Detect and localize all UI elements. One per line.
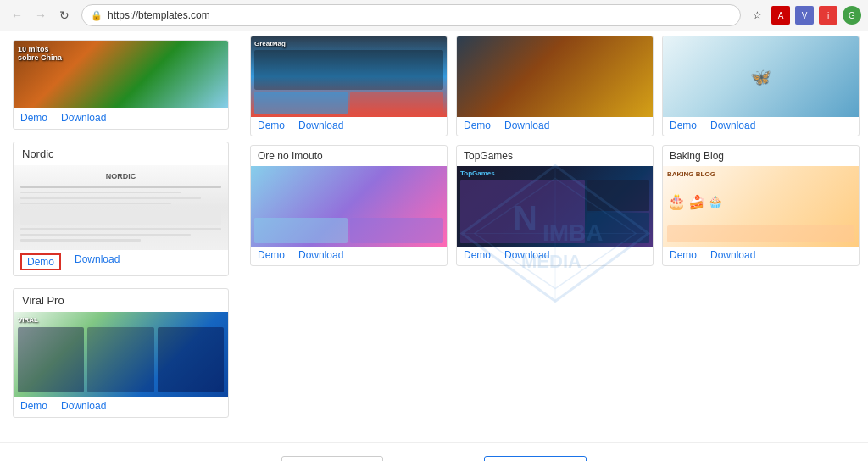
thumb-viral: VIRAL (14, 312, 228, 397)
demo-link-anime[interactable]: Demo (464, 119, 491, 131)
demo-link-viral[interactable]: Demo (20, 400, 47, 412)
ext-icon-1[interactable]: A (771, 6, 790, 25)
card-title-imouto: Ore no Imouto (251, 146, 447, 166)
card-actions-baking: Demo Download (663, 247, 859, 265)
browser-chrome: ← → ↻ 🔒 https://btemplates.com ☆ A V i G (0, 0, 868, 31)
card-title-viral: Viral Pro (14, 289, 228, 312)
thumb-china: 10 mitossobre China (14, 41, 228, 108)
forward-button[interactable]: → (31, 5, 51, 25)
left-column: 10 mitossobre China Demo Download Nordic… (0, 31, 242, 438)
grid-card-greatmag: GreatMag Demo Download (250, 36, 448, 136)
lock-icon: 🔒 (91, 10, 103, 21)
thumb-nordic: NORDIC (14, 165, 228, 250)
demo-link-topgames[interactable]: Demo (464, 249, 491, 261)
grid-image-imouto (251, 166, 447, 247)
address-bar[interactable]: 🔒 https://btemplates.com (81, 4, 741, 26)
demo-link-nordic[interactable]: Demo (20, 253, 61, 270)
download-link-anime[interactable]: Download (504, 119, 549, 131)
thumb-text: 10 mitossobre China (18, 45, 62, 62)
ext-icon-2[interactable]: V (795, 6, 814, 25)
demo-link-baking[interactable]: Demo (670, 249, 697, 261)
template-card-viral: Viral Pro VIRAL Demo Download (13, 288, 229, 418)
download-link-topgames[interactable]: Download (504, 249, 549, 261)
grid-card-anime-dark: Demo Download (456, 36, 654, 136)
url-text: https://btemplates.com (108, 9, 732, 21)
grid-card-imouto: Ore no Imouto Demo Download (250, 145, 448, 266)
template-image-nordic: NORDIC (14, 165, 228, 250)
page-content: 10 mitossobre China Demo Download Nordic… (0, 31, 868, 461)
demo-link-imouto[interactable]: Demo (258, 249, 285, 261)
browser-actions: ☆ A V i G (748, 6, 861, 25)
star-icon[interactable]: ☆ (748, 6, 766, 25)
card-title-baking: Baking Blog (663, 146, 859, 166)
card-actions-butterfly: Demo Download (663, 117, 859, 136)
download-link-top[interactable]: Download (61, 112, 106, 124)
browser-toolbar: ← → ↻ 🔒 https://btemplates.com ☆ A V i G (0, 0, 868, 31)
card-actions-imouto: Demo Download (251, 247, 447, 265)
download-link-butterfly[interactable]: Download (710, 119, 755, 131)
template-card-nordic: Nordic NORDIC Demo (13, 142, 229, 276)
download-link-nordic[interactable]: Download (75, 253, 120, 270)
card-actions-viral: Demo Download (14, 397, 228, 417)
main-area: 10 mitossobre China Demo Download Nordic… (0, 31, 868, 438)
refresh-button[interactable]: ↻ (54, 5, 75, 25)
template-card-top: 10 mitossobre China Demo Download (13, 40, 229, 130)
grid-image-butterfly: 🦋 (663, 36, 859, 117)
card-actions-topgames: Demo Download (457, 247, 653, 265)
pagination: Newer templates Page 1 of 292 Older temp… (0, 442, 868, 461)
grid-image-baking: BAKING BLOG 🎂 🍰 🧁 (663, 166, 859, 247)
grid-row-1: GreatMag Demo Download (250, 36, 860, 136)
template-image-viral: VIRAL (14, 312, 228, 397)
grid-image-greatmag: GreatMag (251, 36, 447, 117)
download-link-baking[interactable]: Download (710, 249, 755, 261)
newer-templates-button[interactable]: Newer templates (281, 456, 383, 461)
demo-link-greatmag[interactable]: Demo (258, 119, 285, 131)
ext-icon-3[interactable]: i (819, 6, 837, 25)
ext-icon-4[interactable]: G (843, 6, 861, 25)
demo-link-top[interactable]: Demo (20, 112, 47, 124)
download-link-viral[interactable]: Download (61, 400, 106, 412)
card-title-topgames: TopGames (457, 146, 653, 166)
nav-buttons: ← → ↻ (7, 5, 75, 25)
back-button[interactable]: ← (7, 5, 27, 25)
card-actions-greatmag: Demo Download (251, 117, 447, 136)
grid-card-butterfly: 🦋 Demo Download (662, 36, 860, 136)
template-image-top: 10 mitossobre China (14, 41, 228, 108)
card-actions-anime: Demo Download (457, 117, 653, 136)
demo-link-butterfly[interactable]: Demo (670, 119, 697, 131)
grid-card-baking: Baking Blog BAKING BLOG 🎂 🍰 🧁 Demo Downl… (662, 145, 860, 266)
download-link-imouto[interactable]: Download (298, 249, 343, 261)
download-link-greatmag[interactable]: Download (298, 119, 343, 131)
grid-row-2: Ore no Imouto Demo Download TopGames (250, 145, 860, 266)
grid-card-topgames: TopGames TopGames Demo Dow (456, 145, 654, 266)
card-actions-top: Demo Download (14, 108, 228, 129)
grid-image-anime (457, 36, 653, 117)
card-title-nordic: Nordic (14, 142, 228, 165)
right-grid: N IMBA MEDIA GreatMag (242, 31, 868, 438)
page-info: Page 1 of 292 (390, 457, 477, 461)
older-templates-button[interactable]: Older templates (484, 456, 587, 461)
grid-image-topgames: TopGames (457, 166, 653, 247)
card-actions-nordic: Demo Download (14, 250, 228, 275)
